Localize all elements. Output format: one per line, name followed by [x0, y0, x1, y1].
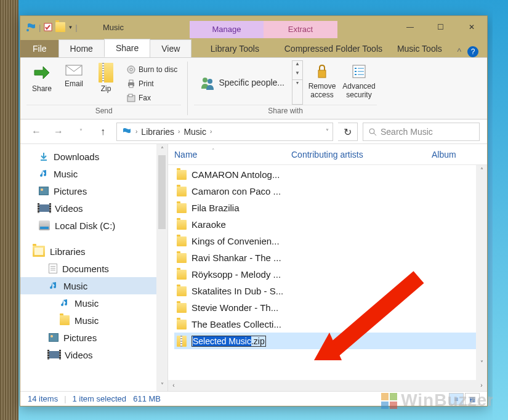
fax-button[interactable]: Fax — [123, 91, 181, 105]
nav-scrollbar[interactable]: ˄˅ — [156, 144, 167, 391]
share-button[interactable]: Share — [26, 60, 57, 105]
nav-documents[interactable]: Documents — [20, 260, 167, 277]
nav-libraries[interactable]: Libraries — [20, 243, 167, 260]
search-icon — [368, 127, 377, 136]
horizontal-scrollbar[interactable]: ‹› — [168, 380, 487, 391]
tab-share[interactable]: Share — [104, 39, 150, 57]
recent-dropdown-icon[interactable]: ˅ — [72, 123, 89, 140]
tab-music-tools[interactable]: Music Tools — [389, 40, 450, 57]
nav-music[interactable]: Music — [20, 165, 167, 182]
chevron-right-icon[interactable]: › — [135, 128, 137, 135]
zip-icon — [177, 336, 187, 347]
list-item-rename[interactable]: Selected Music.zip — [174, 333, 487, 349]
svg-rect-7 — [129, 85, 133, 87]
specific-people-button[interactable]: Specific people... — [194, 60, 291, 105]
group-label-send: Send — [26, 105, 181, 116]
email-button[interactable]: Email — [58, 60, 89, 105]
nav-music-sub1[interactable]: Music — [20, 294, 167, 312]
advanced-security-button[interactable]: Advanced security — [341, 60, 377, 105]
list-item[interactable]: Röyksopp - Melody ... — [174, 266, 487, 283]
svg-rect-2 — [66, 65, 82, 75]
tab-library-tools[interactable]: Library Tools — [192, 40, 278, 57]
nav-local-disk[interactable]: Local Disk (C:) — [20, 217, 167, 234]
qat-dropdown-icon[interactable]: ▼ — [68, 25, 73, 30]
back-button[interactable]: ← — [28, 123, 45, 140]
window-title: Music — [94, 23, 132, 32]
sharewith-gallery-dropdown[interactable]: ▲▼▾ — [292, 60, 303, 105]
up-button[interactable]: ↑ — [94, 123, 111, 140]
qat-sep: | — [39, 23, 41, 32]
crumb-music[interactable]: Music — [183, 127, 206, 137]
list-scrollbar[interactable]: ˄˅ — [476, 165, 487, 380]
ribbon-tabs: File Home Share View Library Tools Compr… — [20, 38, 487, 58]
folder-icon — [177, 286, 187, 296]
sort-indicator-icon: ˄ — [212, 148, 215, 154]
context-tab-manage[interactable]: Manage — [190, 21, 264, 38]
forward-button[interactable]: → — [50, 123, 67, 140]
folder-icon — [177, 236, 187, 246]
help-icon[interactable]: ? — [467, 46, 478, 57]
nav-pictures-lib[interactable]: Pictures — [20, 329, 167, 346]
collapse-ribbon-icon[interactable]: ^ — [457, 47, 461, 57]
new-folder-icon[interactable] — [55, 22, 65, 32]
minimize-button[interactable]: — — [395, 16, 425, 38]
list-item[interactable]: Stevie Wonder - Th... — [174, 299, 487, 316]
nav-music-sub2[interactable]: Music — [20, 312, 167, 329]
folder-icon — [177, 320, 187, 329]
search-box[interactable]: Search Music — [363, 123, 480, 141]
chevron-right-icon[interactable]: › — [178, 128, 180, 135]
tab-view[interactable]: View — [150, 39, 192, 57]
svg-rect-12 — [318, 70, 326, 78]
list-item[interactable]: Fila Brazilia — [174, 200, 487, 216]
nav-videos[interactable]: Videos — [20, 200, 167, 217]
history-dropdown-icon[interactable]: ˅ — [326, 128, 329, 135]
crumb-libraries[interactable]: Libraries — [141, 127, 174, 137]
app-icon — [25, 22, 36, 33]
ribbon-group-send: Share Email Zip Burn to disc Print Fax S… — [20, 58, 187, 119]
list-item[interactable]: CAMARON Antolog... — [174, 166, 487, 183]
refresh-button[interactable]: ↻ — [338, 123, 358, 141]
svg-rect-9 — [129, 94, 132, 97]
watermark: WinBuzzer — [380, 390, 494, 410]
file-tab[interactable]: File — [20, 40, 59, 57]
svg-point-4 — [130, 68, 132, 71]
col-name[interactable]: Name ˄ — [174, 150, 291, 160]
tab-compressed-tools[interactable]: Compressed Folder Tools — [278, 40, 389, 57]
navigation-pane[interactable]: Downloads Music Pictures Videos Local Di… — [20, 144, 168, 391]
maximize-button[interactable]: ☐ — [425, 16, 456, 38]
status-count: 14 items — [28, 394, 58, 403]
list-item[interactable]: Karaoke — [174, 216, 487, 233]
nav-downloads[interactable]: Downloads — [20, 148, 167, 165]
properties-icon[interactable] — [43, 22, 53, 32]
nav-music-lib[interactable]: Music — [20, 277, 167, 294]
zip-button[interactable]: Zip — [91, 60, 121, 105]
burn-button[interactable]: Burn to disc — [123, 63, 181, 76]
col-contrib[interactable]: Contributing artists — [291, 150, 432, 160]
print-button[interactable]: Print — [123, 77, 181, 91]
file-list[interactable]: CAMARON Antolog... Camaron con Paco ... … — [168, 165, 487, 380]
folder-icon — [177, 253, 187, 263]
titlebar[interactable]: | ▼ | Music Manage Extract — ☐ ✕ — [20, 16, 487, 38]
list-item[interactable]: Kings of Convenien... — [174, 233, 487, 249]
folder-icon — [177, 220, 187, 230]
breadcrumb[interactable]: › Libraries › Music › ˅ — [116, 123, 333, 141]
nav-pictures[interactable]: Pictures — [20, 182, 167, 200]
svg-point-14 — [369, 129, 374, 134]
list-item[interactable]: Camaron con Paco ... — [174, 183, 487, 200]
rename-input[interactable]: Selected Music.zip — [192, 336, 266, 347]
close-button[interactable]: ✕ — [456, 16, 487, 38]
list-item[interactable]: Ravi Shankar - The ... — [174, 249, 487, 266]
list-item[interactable]: The Beatles Collecti... — [174, 316, 487, 333]
column-headers: Name ˄ Contributing artists Album — [168, 144, 487, 165]
context-tab-extract[interactable]: Extract — [264, 21, 337, 38]
tab-home[interactable]: Home — [58, 39, 105, 57]
col-album[interactable]: Album — [432, 150, 487, 160]
address-bar: ← → ˅ ↑ › Libraries › Music › ˅ ↻ Search… — [20, 119, 487, 144]
chevron-right-icon[interactable]: › — [210, 128, 212, 135]
qat-sep: | — [75, 23, 77, 32]
svg-line-15 — [374, 133, 376, 135]
remove-access-button[interactable]: Remove access — [304, 60, 340, 105]
search-placeholder: Search Music — [381, 127, 433, 137]
nav-videos-lib[interactable]: Videos — [20, 346, 167, 363]
list-item[interactable]: Skatalites In Dub - S... — [174, 283, 487, 299]
